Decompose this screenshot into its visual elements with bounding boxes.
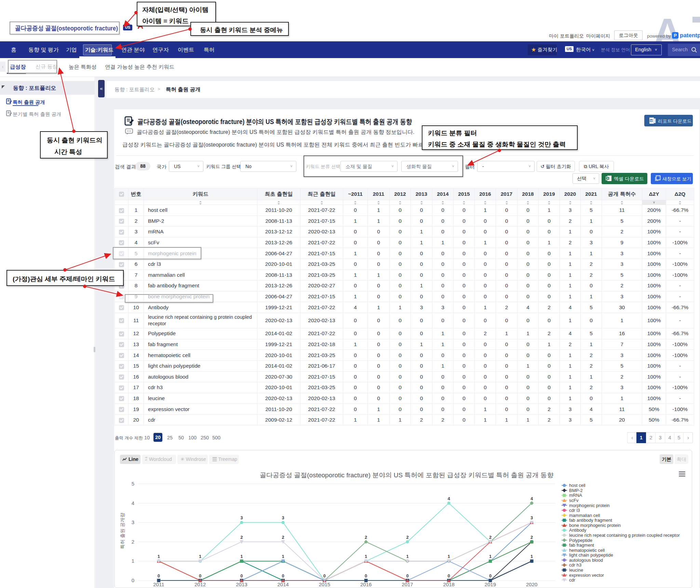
svg-text:2: 2: [365, 535, 367, 540]
svg-text:0: 0: [132, 577, 134, 583]
svg-text:3: 3: [530, 515, 533, 520]
svg-text:leucine: leucine: [569, 568, 583, 573]
svg-text:morphogenic protein: morphogenic protein: [569, 503, 610, 508]
svg-text:1: 1: [158, 554, 160, 559]
svg-text:expression vector: expression vector: [569, 573, 604, 578]
svg-text:leucine rich repeat containing: leucine rich repeat containing g protein…: [569, 533, 680, 538]
svg-text:2: 2: [489, 535, 492, 540]
svg-text:0: 0: [240, 573, 243, 578]
svg-text:0: 0: [489, 573, 492, 578]
svg-text:0: 0: [158, 573, 160, 578]
svg-text:0: 0: [365, 573, 367, 578]
svg-text:2: 2: [132, 539, 134, 545]
svg-text:2020: 2020: [526, 582, 537, 587]
svg-text:BMP-2: BMP-2: [569, 488, 583, 493]
svg-text:3: 3: [240, 515, 243, 520]
svg-text:2: 2: [282, 535, 284, 540]
svg-text:3: 3: [282, 515, 284, 520]
svg-text:cdr l3: cdr l3: [569, 508, 580, 513]
svg-text:host cell: host cell: [569, 483, 585, 488]
svg-text:3: 3: [132, 519, 134, 525]
svg-text:5: 5: [132, 481, 134, 487]
svg-text:cdr: cdr: [569, 577, 576, 583]
svg-text:fab antibody fragment: fab antibody fragment: [569, 518, 612, 523]
svg-text:1: 1: [448, 554, 450, 559]
svg-text:1: 1: [489, 554, 492, 559]
svg-text:2: 2: [530, 535, 533, 540]
svg-text:2: 2: [240, 535, 243, 540]
svg-text:hematopoietic cell: hematopoietic cell: [569, 548, 605, 553]
svg-text:X: X: [607, 177, 609, 180]
svg-text:autologous blood: autologous blood: [569, 558, 603, 563]
svg-text:fab fragment: fab fragment: [569, 543, 594, 548]
svg-text:bone morphogenic protein: bone morphogenic protein: [569, 523, 621, 528]
svg-text:W: W: [650, 120, 652, 122]
svg-text:cdr h3: cdr h3: [569, 562, 581, 568]
svg-text:0: 0: [323, 573, 326, 578]
svg-text:0: 0: [199, 573, 201, 578]
svg-text:0: 0: [448, 573, 450, 578]
svg-text:1: 1: [132, 558, 134, 564]
svg-text:mammalian cell: mammalian cell: [569, 513, 600, 518]
svg-text:Antibody: Antibody: [569, 528, 587, 533]
svg-text:scFv: scFv: [569, 498, 579, 503]
svg-text:4: 4: [448, 496, 450, 501]
svg-text:1: 1: [406, 554, 408, 559]
svg-text:2: 2: [406, 535, 408, 540]
svg-text:0: 0: [406, 573, 408, 578]
svg-text:1: 1: [240, 554, 243, 559]
svg-text:1: 1: [365, 554, 367, 559]
svg-text:0: 0: [282, 573, 284, 578]
svg-text:1: 1: [530, 554, 533, 559]
svg-text:4: 4: [132, 500, 134, 506]
svg-text:1: 1: [199, 554, 201, 559]
svg-text:Polypeptide: Polypeptide: [569, 538, 592, 543]
svg-text:mRNA: mRNA: [569, 493, 582, 498]
svg-text:light chain polypeptide: light chain polypeptide: [569, 552, 613, 558]
svg-text:4: 4: [530, 496, 533, 501]
svg-text:1: 1: [282, 554, 284, 559]
